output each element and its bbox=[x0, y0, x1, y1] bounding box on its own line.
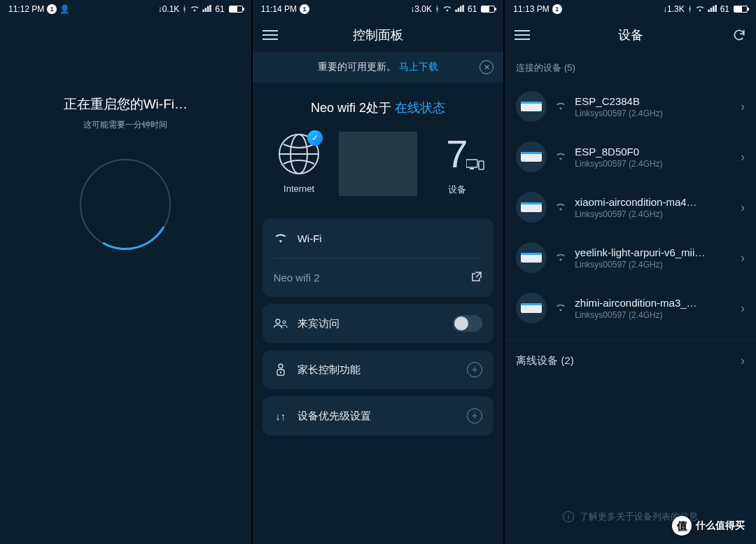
internet-tile[interactable]: ✓ Internet bbox=[260, 132, 339, 196]
router-icon bbox=[521, 152, 542, 162]
wifi-icon bbox=[555, 151, 566, 163]
net-speed: ↓3.0K bbox=[410, 4, 432, 14]
bluetooth-icon: ᚼ bbox=[687, 4, 692, 14]
device-name: zhimi-aircondition-ma3_… bbox=[575, 297, 732, 309]
devices-tile[interactable]: 7 设备 bbox=[417, 132, 496, 196]
menu-icon[interactable] bbox=[262, 30, 278, 40]
update-banner[interactable]: 重要的可用更新。 马上下载 ✕ bbox=[253, 52, 504, 83]
statusbar: 11:13 PM 1 ↓1.3K ᚼ 61 bbox=[505, 0, 756, 18]
globe-icon: ✓ bbox=[276, 132, 321, 176]
svg-rect-0 bbox=[203, 10, 205, 12]
device-avatar bbox=[516, 293, 547, 323]
clock: 11:14 PM bbox=[261, 4, 297, 14]
guest-toggle[interactable] bbox=[453, 315, 482, 332]
device-row[interactable]: zhimi-aircondition-ma3_…Linksys00597 (2.… bbox=[505, 283, 756, 333]
wifi-ssid: Neo wifi 2 bbox=[274, 272, 462, 284]
add-icon[interactable]: ＋ bbox=[467, 408, 482, 424]
bluetooth-icon: ᚼ bbox=[182, 4, 187, 14]
device-row[interactable]: xiaomi-aircondition-ma4…Linksys00597 (2.… bbox=[505, 182, 756, 232]
chevron-right-icon: › bbox=[741, 354, 745, 368]
restart-body: 正在重启您的Wi-Fi… 这可能需要一分钟时间 bbox=[0, 18, 251, 544]
svg-rect-1 bbox=[205, 8, 207, 12]
router-icon bbox=[521, 102, 542, 111]
svg-rect-2 bbox=[207, 6, 209, 12]
net-speed: ↓0.1K bbox=[158, 4, 180, 14]
device-row[interactable]: yeelink-light-arpuri-v6_mii…Linksys00597… bbox=[505, 232, 756, 283]
wifi-icon bbox=[442, 4, 452, 14]
device-avatar bbox=[516, 242, 547, 273]
device-sub: Linksys00597 (2.4GHz) bbox=[575, 310, 732, 320]
wifi-icon bbox=[555, 251, 566, 264]
device-sub: Linksys00597 (2.4GHz) bbox=[575, 209, 732, 219]
svg-rect-12 bbox=[470, 168, 474, 169]
device-name: ESP_8D50F0 bbox=[575, 146, 732, 158]
restart-subtitle: 这可能需要一分钟时间 bbox=[83, 119, 167, 131]
svg-rect-3 bbox=[210, 5, 212, 12]
watermark: 值 什么值得买 bbox=[672, 516, 745, 536]
svg-rect-21 bbox=[713, 6, 715, 12]
battery-icon bbox=[734, 6, 748, 13]
chevron-right-icon: › bbox=[741, 99, 745, 114]
wifi-icon bbox=[274, 233, 288, 243]
device-sub: Linksys00597 (2.4GHz) bbox=[575, 159, 732, 169]
notif-count-icon: 1 bbox=[552, 4, 562, 14]
chevron-right-icon: › bbox=[741, 251, 745, 265]
check-badge-icon: ✓ bbox=[307, 130, 323, 146]
svg-rect-11 bbox=[466, 160, 477, 167]
svg-rect-20 bbox=[710, 8, 712, 12]
info-icon: i bbox=[563, 511, 574, 522]
device-name: ESP_C2384B bbox=[575, 95, 732, 107]
device-row[interactable]: ESP_C2384BLinksys00597 (2.4GHz)› bbox=[505, 81, 756, 132]
wifi-card[interactable]: Wi-Fi Neo wifi 2 bbox=[262, 218, 494, 297]
loading-spinner bbox=[80, 159, 171, 250]
notif-count-icon: 1 bbox=[300, 4, 309, 14]
svg-rect-13 bbox=[479, 161, 484, 169]
priority-card[interactable]: ↓↑ 设备优先级设置 ＋ bbox=[262, 396, 494, 435]
svg-point-14 bbox=[276, 319, 280, 323]
priority-icon: ↓↑ bbox=[274, 410, 288, 422]
battery-label: 61 bbox=[720, 4, 729, 14]
update-link[interactable]: 马上下载 bbox=[399, 61, 438, 74]
nav-title: 控制面板 bbox=[353, 27, 403, 43]
offline-label: 离线设备 (2) bbox=[516, 354, 574, 368]
devices-icon bbox=[466, 158, 484, 174]
svg-rect-5 bbox=[458, 8, 460, 12]
device-sub: Linksys00597 (2.4GHz) bbox=[575, 109, 732, 118]
divider bbox=[339, 132, 418, 196]
screen-restarting: 11:12 PM 1 👤 ↓0.1K ᚼ 61 正在重启您的Wi-Fi… 这可能… bbox=[0, 0, 251, 544]
svg-rect-7 bbox=[462, 5, 464, 12]
update-text: 重要的可用更新。 bbox=[318, 61, 396, 74]
internet-label: Internet bbox=[284, 183, 314, 194]
connected-header: 连接的设备 (5) bbox=[505, 52, 756, 81]
parental-label: 家长控制功能 bbox=[298, 363, 458, 377]
svg-rect-4 bbox=[455, 10, 457, 12]
navbar: 设备 bbox=[505, 18, 756, 52]
wifi-icon bbox=[555, 100, 566, 113]
wifi-icon bbox=[555, 302, 566, 314]
wifi-icon bbox=[695, 4, 705, 14]
device-count: 7 bbox=[446, 134, 468, 174]
nav-title: 设备 bbox=[618, 27, 643, 43]
guest-icon bbox=[274, 319, 288, 328]
close-icon[interactable]: ✕ bbox=[479, 60, 493, 74]
parental-card[interactable]: 家长控制功能 ＋ bbox=[262, 350, 494, 389]
device-row[interactable]: ESP_8D50F0Linksys00597 (2.4GHz)› bbox=[505, 132, 756, 182]
notif-count-icon: 1 bbox=[47, 4, 57, 14]
menu-icon[interactable] bbox=[514, 30, 530, 40]
screen-devices: 11:13 PM 1 ↓1.3K ᚼ 61 设备 bbox=[505, 0, 756, 544]
external-link-icon[interactable] bbox=[471, 271, 482, 285]
signal-icon bbox=[202, 4, 212, 14]
guest-card[interactable]: 来宾访问 bbox=[262, 304, 494, 343]
bluetooth-icon: ᚼ bbox=[435, 4, 440, 14]
add-icon[interactable]: ＋ bbox=[467, 362, 482, 377]
wifi-icon bbox=[555, 201, 566, 214]
wifi-icon bbox=[190, 4, 200, 14]
navbar: 控制面板 bbox=[253, 18, 504, 52]
offline-section[interactable]: 离线设备 (2) › bbox=[505, 340, 756, 381]
refresh-icon[interactable] bbox=[732, 18, 746, 52]
priority-label: 设备优先级设置 bbox=[298, 410, 458, 423]
chevron-right-icon: › bbox=[741, 150, 745, 165]
router-icon bbox=[521, 303, 542, 313]
svg-point-15 bbox=[283, 321, 286, 323]
svg-rect-6 bbox=[460, 6, 462, 12]
